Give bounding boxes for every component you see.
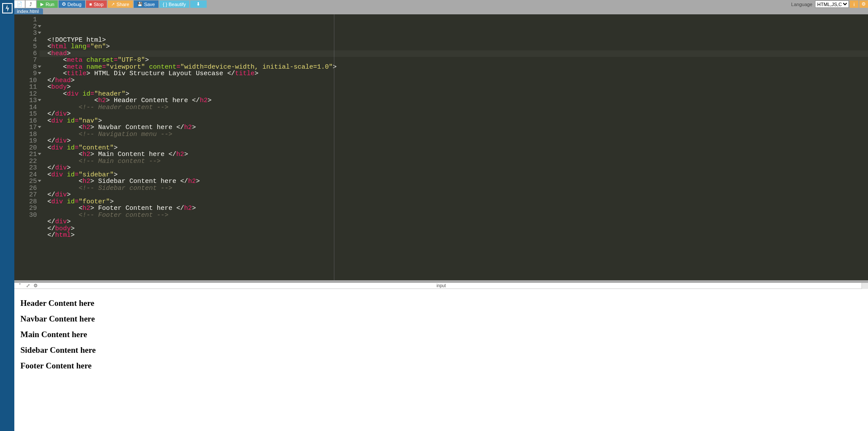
beautify-button[interactable]: { } Beautify	[159, 0, 189, 8]
debug-label: Debug	[67, 2, 81, 7]
share-icon: ↗	[111, 2, 115, 7]
run-label: Run	[46, 2, 54, 7]
line-number[interactable]: 20	[14, 145, 37, 152]
run-button[interactable]: ▶Run	[37, 0, 58, 8]
line-number[interactable]: 10	[14, 77, 37, 84]
editor-gutter: 1234567891011121314151617181920212223242…	[14, 14, 40, 280]
file-icon: 📄	[17, 1, 23, 7]
output-title: input	[436, 283, 446, 288]
code-line[interactable]: <meta charset="UTF-8">	[47, 57, 868, 64]
code-line[interactable]: <title> HTML Div Structure Layout Usecas…	[47, 70, 868, 77]
output-heading: Header Content here	[20, 298, 862, 308]
line-number[interactable]: 29	[14, 205, 37, 212]
beautify-label: { } Beautify	[163, 2, 186, 7]
line-number[interactable]: 27	[14, 192, 37, 199]
line-number[interactable]: 24	[14, 172, 37, 179]
output-settings-button[interactable]: ⚙	[32, 283, 40, 289]
new-file-button[interactable]: 📄	[14, 0, 25, 8]
line-number[interactable]: 2	[14, 23, 37, 30]
code-line[interactable]: </head>	[47, 77, 868, 84]
scrollbar-stub[interactable]	[861, 283, 868, 289]
code-line[interactable]: <meta name="viewport" content="width=dev…	[47, 64, 868, 71]
download-button[interactable]: ⬇	[190, 0, 207, 8]
code-line[interactable]: <!-- Main content -->	[47, 158, 868, 165]
settings-button[interactable]: ⚙	[859, 0, 868, 8]
line-number[interactable]: 4	[14, 37, 37, 44]
line-number[interactable]: 23	[14, 165, 37, 172]
line-number[interactable]: 19	[14, 138, 37, 145]
code-line[interactable]: <body>	[47, 84, 868, 91]
code-line[interactable]: </body>	[47, 225, 868, 232]
collapse-output-button[interactable]: ˅	[16, 283, 24, 289]
line-number[interactable]: 11	[14, 84, 37, 91]
line-number[interactable]: 18	[14, 131, 37, 138]
upload-button[interactable]: ⤴	[26, 0, 36, 8]
code-line[interactable]: <!-- Sidebar content -->	[47, 185, 868, 192]
code-line[interactable]: <!-- Navigation menu -->	[47, 131, 868, 138]
code-line[interactable]: <!DOCTYPE html>	[47, 37, 868, 44]
code-line[interactable]: <h2> Header Content here </h2>	[47, 97, 868, 104]
output-heading: Navbar Content here	[20, 314, 862, 324]
code-line[interactable]: <div id="sidebar">	[47, 172, 868, 179]
tab-row: index.html	[14, 8, 868, 14]
save-label: Save	[144, 2, 155, 7]
code-line[interactable]: <head>	[47, 50, 868, 57]
line-number[interactable]: 22	[14, 158, 37, 165]
tab-file[interactable]: index.html	[14, 8, 43, 14]
share-button[interactable]: ↗Share	[108, 0, 132, 8]
upload-icon: ⤴	[30, 2, 32, 7]
line-number[interactable]: 14	[14, 104, 37, 111]
debug-button[interactable]: ✪Debug	[59, 0, 85, 8]
code-line[interactable]: <h2> Navbar Content here </h2>	[47, 124, 868, 131]
line-number[interactable]: 21	[14, 151, 37, 158]
line-number[interactable]: 6	[14, 50, 37, 57]
language-select[interactable]: HTML,JS,CSS	[815, 0, 849, 8]
line-number[interactable]: 26	[14, 185, 37, 192]
output-heading: Main Content here	[20, 330, 862, 339]
code-line[interactable]: </div>	[47, 165, 868, 172]
code-line[interactable]: <div id="content">	[47, 145, 868, 152]
line-number[interactable]: 5	[14, 43, 37, 50]
line-number[interactable]: 16	[14, 118, 37, 125]
line-number[interactable]: 3	[14, 30, 37, 37]
output-header: ˅ ⤢ ⚙ input	[14, 283, 868, 289]
code-line[interactable]: </div>	[47, 192, 868, 199]
code-line[interactable]: <html lang="en">	[47, 43, 868, 50]
language-label: Language	[791, 2, 812, 7]
expand-icon: ⤢	[26, 283, 30, 288]
line-number[interactable]: 30	[14, 212, 37, 219]
expand-output-button[interactable]: ⤢	[24, 283, 32, 289]
code-line[interactable]: </div>	[47, 111, 868, 118]
code-editor[interactable]: 1234567891011121314151617181920212223242…	[14, 14, 868, 280]
info-button[interactable]: i	[850, 0, 858, 8]
code-line[interactable]: </html>	[47, 232, 868, 239]
code-line[interactable]: <h2> Sidebar Content here </h2>	[47, 178, 868, 185]
editor-code[interactable]: <!DOCTYPE html><html lang="en"><head> <m…	[40, 14, 868, 280]
code-line[interactable]: <h2> Main Content here </h2>	[47, 151, 868, 158]
download-icon: ⬇	[196, 1, 200, 7]
app-logo-icon[interactable]	[0, 1, 14, 15]
line-number[interactable]: 1	[14, 17, 37, 23]
line-number[interactable]: 25	[14, 178, 37, 185]
code-line[interactable]: <div id="nav">	[47, 118, 868, 125]
line-number[interactable]: 17	[14, 124, 37, 131]
code-line[interactable]: </div>	[47, 138, 868, 145]
line-number[interactable]: 28	[14, 199, 37, 206]
stop-button[interactable]: ■Stop	[86, 0, 107, 8]
line-number[interactable]: 12	[14, 91, 37, 98]
line-number[interactable]: 7	[14, 57, 37, 64]
line-number[interactable]: 15	[14, 111, 37, 118]
save-icon: 💾	[137, 2, 142, 7]
line-number[interactable]: 9	[14, 70, 37, 77]
line-number[interactable]: 13	[14, 97, 37, 104]
save-button[interactable]: 💾Save	[134, 0, 158, 8]
code-line[interactable]: <!-- Header content -->	[47, 104, 868, 111]
output-heading: Sidebar Content here	[20, 345, 862, 355]
line-number[interactable]: 8	[14, 64, 37, 71]
code-line[interactable]: </div>	[47, 219, 868, 225]
code-line[interactable]: <div id="header">	[47, 91, 868, 98]
code-line[interactable]: <h2> Footer Content here </h2>	[47, 205, 868, 212]
code-line[interactable]: <div id="footer">	[47, 199, 868, 206]
code-line[interactable]: <!-- Footer content -->	[47, 212, 868, 219]
toolbar: 📄 ⤴ ▶Run ✪Debug ■Stop ↗Share 💾Save { } B…	[14, 0, 868, 8]
